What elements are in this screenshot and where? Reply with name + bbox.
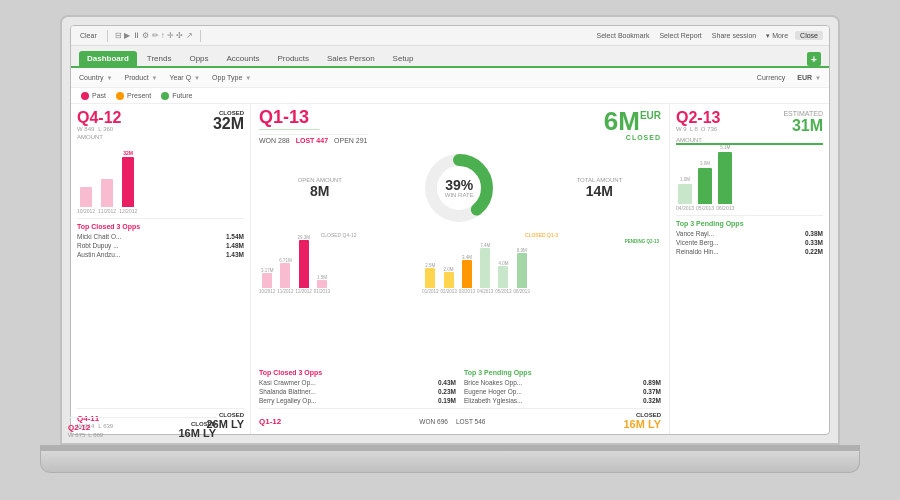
toolbar-separator-1 xyxy=(107,30,108,42)
right-won-lost-open: W 9 L 8 O 736 xyxy=(676,126,720,132)
clear-button[interactable]: Clear xyxy=(77,31,100,40)
center-footer-q: Q1-12 xyxy=(259,417,281,426)
center-footer-amount: CLOSED 16M LY xyxy=(623,412,661,430)
select-bookmark-button[interactable]: Select Bookmark xyxy=(593,31,652,40)
left-opps-table: Top Closed 3 Opps Micki Chatt O... 1.54M… xyxy=(77,218,244,259)
center-opps-row: Top Closed 3 Opps Kasi Crawmer Op... 0.4… xyxy=(259,369,661,405)
right-estimated-block: ESTIMATED 31M xyxy=(783,110,823,135)
filter-opp-type[interactable]: Opp Type ▼ xyxy=(212,74,251,81)
tab-opps[interactable]: Opps xyxy=(181,51,216,66)
rbar-2: 3.0M 05/2013 xyxy=(696,161,714,211)
more-button[interactable]: ▾ More xyxy=(763,31,791,41)
right-header: Q2-13 W 9 L 8 O 736 ESTIMATED 31M xyxy=(676,110,823,135)
right-footer: Q2-12 W 675 L 869 CLOSED 16M LY xyxy=(71,417,216,434)
center-left-chart: CLOSED Q4-12 3.17M 10/2012 6.71M xyxy=(259,232,418,367)
screen-bezel: Clear ⊟ ▶ ⏸ ⚙ ✏ ↑ ✛ ✣ ↗ Select Bookmark … xyxy=(60,15,840,445)
rbar-3: 5.1M 06/2013 xyxy=(716,145,734,211)
chevron-down-icon: ▼ xyxy=(194,75,200,81)
chevron-down-icon: ▼ xyxy=(152,75,158,81)
right-quarter-label: Q2-13 xyxy=(676,110,720,126)
donut-center-text: 39% WIN RATE xyxy=(445,178,474,198)
close-button[interactable]: Close xyxy=(795,31,823,40)
filter-year-q[interactable]: Year Q ▼ xyxy=(170,74,201,81)
tab-products[interactable]: Products xyxy=(269,51,317,66)
right-opp-row-2: Vicente Berg... 0.33M xyxy=(676,238,823,247)
plus-icon: + xyxy=(811,54,817,65)
filter-currency-val[interactable]: EUR ▼ xyxy=(797,74,821,81)
ui-root: Clear ⊟ ▶ ⏸ ⚙ ✏ ↑ ✛ ✣ ↗ Select Bookmark … xyxy=(71,26,829,434)
share-session-button[interactable]: Share session xyxy=(709,31,759,40)
lbar-1: 3.17M 10/2012 xyxy=(259,268,275,294)
mbar-1: 2.5M 01/2013 xyxy=(422,263,438,294)
filter-country[interactable]: Country ▼ xyxy=(79,74,112,81)
select-report-button[interactable]: Select Report xyxy=(656,31,704,40)
center-panel: Q1-13 ───────────────── WON 288 LOST 447… xyxy=(251,104,669,434)
tab-trends[interactable]: Trends xyxy=(139,51,180,66)
green-trend-line xyxy=(676,143,823,145)
tab-dashboard[interactable]: Dashboard xyxy=(79,51,137,66)
center-footer-meta: WON 696 LOST 546 xyxy=(419,418,485,425)
lbar-2: 6.71M 11/2012 xyxy=(277,258,293,294)
tab-sales-person[interactable]: Sales Person xyxy=(319,51,383,66)
total-amount-value: 14M xyxy=(576,183,622,199)
filter-product[interactable]: Product ▼ xyxy=(124,74,157,81)
rbar-1: 1.0M 04/2013 xyxy=(676,177,694,211)
future-dot xyxy=(161,92,169,100)
tab-setup[interactable]: Setup xyxy=(385,51,422,66)
center-left-opp-1: Kasi Crawmer Op... 0.43M xyxy=(259,378,456,387)
open-amount-value: 8M xyxy=(298,183,342,199)
left-quarter-block: Q4-12 W 849 L 360 xyxy=(77,110,121,132)
bar-pink-2 xyxy=(101,179,113,207)
left-opp-row-3: Austin Andzu... 1.43M xyxy=(77,250,244,259)
donut-chart: 39% WIN RATE xyxy=(419,148,499,228)
lost-count: LOST 447 xyxy=(296,137,328,144)
chevron-down-icon: ▼ xyxy=(815,75,821,81)
center-charts-row: CLOSED Q4-12 3.17M 10/2012 6.71M xyxy=(259,232,661,367)
center-top-row: Q1-13 ───────────────── WON 288 LOST 447… xyxy=(259,108,661,144)
right-quarter-block: Q2-13 W 9 L 8 O 736 xyxy=(676,110,720,132)
toolbar-icons: ⊟ ▶ ⏸ ⚙ ✏ ↑ ✛ ✣ ↗ xyxy=(115,31,193,40)
right-footer-q-block: Q2-12 W 675 L 869 xyxy=(71,423,103,435)
left-panel: Q4-12 W 849 L 360 CLOSED 32M xyxy=(71,104,251,434)
laptop-screen: Clear ⊟ ▶ ⏸ ⚙ ✏ ↑ ✛ ✣ ↗ Select Bookmark … xyxy=(70,25,830,435)
toolbar-separator-2 xyxy=(200,30,201,42)
legend-past: Past xyxy=(81,92,106,100)
right-footer-closed-block: CLOSED 16M LY xyxy=(178,421,216,434)
closed-q1-label: CLOSED Q1-3 xyxy=(422,232,661,238)
bar-group-2: 11/2012 xyxy=(98,179,116,214)
center-mid-chart: CLOSED Q1-3 2.5M 01/2013 2.0M xyxy=(422,232,661,367)
center-left-opp-2: Shalanda Blattner... 0.23M xyxy=(259,387,456,396)
laptop-base xyxy=(40,451,860,473)
pending-label: PENDING Q2-13 xyxy=(625,239,659,244)
center-quarter-block: Q1-13 ───────────────── WON 288 LOST 447… xyxy=(259,108,368,144)
bar-group-1: 10/2012 xyxy=(77,187,95,214)
center-big-amount-row: 6M EUR xyxy=(604,108,661,134)
filter-currency[interactable]: Currency xyxy=(757,74,785,81)
past-dot xyxy=(81,92,89,100)
left-closed-block: CLOSED 32M xyxy=(213,110,244,132)
legend-bar: Past Present Future xyxy=(71,88,829,104)
left-quarter-label: Q4-12 xyxy=(77,110,121,126)
tab-accounts[interactable]: Accounts xyxy=(219,51,268,66)
center-right-opp-2: Eugene Hoger Op... 0.37M xyxy=(464,387,661,396)
stats-row: OPEN AMOUNT 8M xyxy=(259,148,661,228)
right-bar-chart: 1.0M 04/2013 3.0M 05/2013 5.1M xyxy=(676,151,823,211)
plus-button[interactable]: + xyxy=(807,52,821,66)
chevron-down-icon: ▼ xyxy=(245,75,251,81)
center-right-opps: Top 3 Pending Opps Brice Noakes Opp... 0… xyxy=(464,369,661,405)
lbar-3: 29.3M 12/2012 xyxy=(296,235,312,294)
toolbar-right: Select Bookmark Select Report Share sess… xyxy=(593,31,823,41)
won-lost-open-row: WON 288 LOST 447 OPEN 291 xyxy=(259,137,368,144)
right-opp-row-3: Reinaldo Hin... 0.22M xyxy=(676,247,823,256)
left-header: Q4-12 W 849 L 360 CLOSED 32M xyxy=(77,110,244,132)
bar-pink-3 xyxy=(122,157,134,207)
left-opp-row-1: Micki Chatt O... 1.54M xyxy=(77,232,244,241)
center-quarter-label: Q1-13 xyxy=(259,108,368,126)
left-opp-row-2: Robt Dupuy ... 1.48M xyxy=(77,241,244,250)
lbar-4: 1.5M 01/2013 xyxy=(314,275,330,294)
right-opps-table: Top 3 Pending Opps Vance Rayl... 0.38M V… xyxy=(676,215,823,256)
mbar-2: 2.0M 02/2013 xyxy=(440,267,456,294)
laptop-shell: Clear ⊟ ▶ ⏸ ⚙ ✏ ↑ ✛ ✣ ↗ Select Bookmark … xyxy=(40,15,860,485)
bar-pink-1 xyxy=(80,187,92,207)
bar-annotation: 32M xyxy=(123,150,133,156)
